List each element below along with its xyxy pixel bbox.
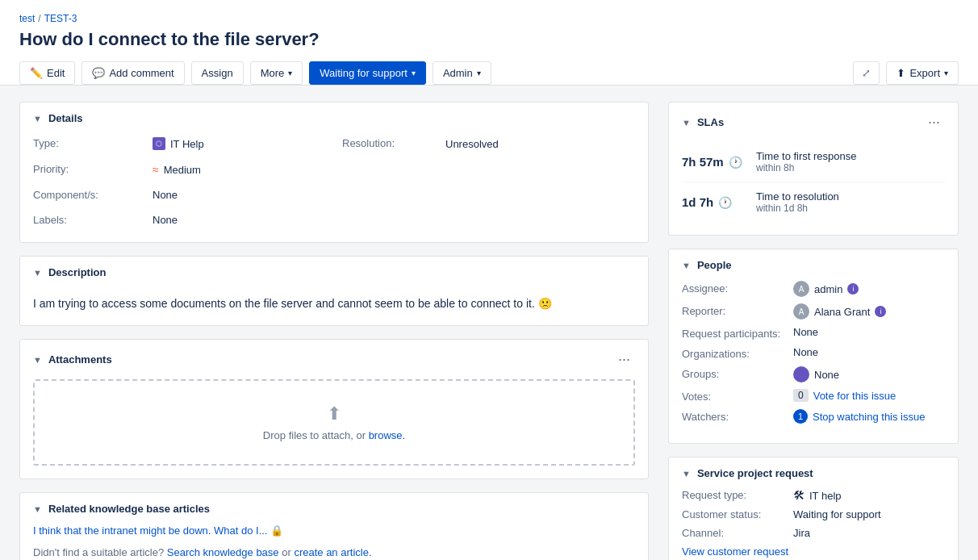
request-participants-value: None [793,326,945,338]
admin-chevron-icon: ▾ [477,69,481,77]
export-label: Export [909,67,940,79]
breadcrumb-issue-key[interactable]: TEST-3 [44,13,77,24]
components-label: Component/s: [33,186,146,204]
resolution-value: Unresolved [439,134,635,153]
votes-count: 0 [793,389,809,402]
toolbar: ✏️ Edit 💬 Add comment Assign More ▾ Wait… [19,61,959,85]
browse-link[interactable]: browse. [369,429,406,441]
sla-name-1: Time to first response [756,150,857,162]
main-layout: ▼ Details Type: ⬡ IT Help Resolution: Un… [0,86,978,560]
add-comment-button[interactable]: 💬 Add comment [82,61,184,85]
people-title: People [697,259,732,271]
sla-toggle-icon: ▼ [682,118,691,127]
channel-label: Channel: [682,527,787,539]
request-participants-text: None [793,326,818,338]
groups-value: None [793,366,945,382]
vote-link[interactable]: Vote for this issue [813,390,896,402]
reporter-value: A Alana Grant i [793,303,945,320]
search-kb-link[interactable]: Search knowledge base [167,546,279,558]
details-title: Details [48,112,83,124]
sla-info-2: Time to resolution within 1d 8h [756,190,839,214]
groups-text: None [814,369,839,381]
assignee-info-icon[interactable]: i [847,283,859,295]
status-chevron-icon: ▾ [412,69,416,77]
sla-more-button[interactable]: ··· [923,112,945,132]
sla-section: ▼ SLAs ··· 7h 57m 🕐 Time to first respon… [668,102,959,236]
reporter-info-icon[interactable]: i [875,306,886,317]
attachments-toggle-icon: ▼ [33,355,42,365]
organizations-row: Organizations: None [682,346,945,360]
resolution-label: Resolution: [342,134,439,153]
attachments-header: ▼ Attachments ··· [20,340,648,379]
upload-icon: ⬆ [57,403,611,424]
kb-not-found: Didn't find a suitable article? Search k… [33,546,635,558]
sidebar: ▼ SLAs ··· 7h 57m 🕐 Time to first respon… [668,102,959,560]
more-button[interactable]: More ▾ [250,61,303,85]
assignee-name: admin [814,283,842,295]
kb-title: Related knowledge base articles [48,503,210,515]
knowledge-base-section: ▼ Related knowledge base articles I thin… [19,492,649,560]
edit-button[interactable]: ✏️ Edit [19,61,75,85]
drop-text: Drop files to attach, or [263,429,369,441]
it-help-icon: 🛠 [793,489,805,502]
priority-text: Medium [164,164,201,176]
issue-title: How do I connect to the file server? [19,29,959,50]
sla-time-1: 7h 57m 🕐 [682,155,746,169]
empty-value-1 [439,160,635,179]
channel-row: Channel: Jira [682,527,945,539]
comment-icon: 💬 [92,67,105,79]
description-toggle-icon: ▼ [33,268,42,278]
reporter-name: Alana Grant [814,306,870,318]
share-button[interactable]: ⤢ [853,61,880,85]
admin-button[interactable]: Admin ▾ [433,61,491,85]
empty-label-3 [342,211,439,229]
status-button[interactable]: Waiting for support ▾ [309,61,426,85]
details-section: ▼ Details Type: ⬡ IT Help Resolution: Un… [19,102,649,243]
breadcrumb: test / TEST-3 [19,13,959,24]
service-project-title-row: ▼ Service project request [682,467,813,479]
kb-article-link[interactable]: I think that the intranet might be down.… [33,524,268,537]
reporter-row: Reporter: A Alana Grant i [682,303,945,320]
customer-status-label: Customer status: [682,508,787,520]
breadcrumb-project[interactable]: test [19,13,35,24]
organizations-text: None [793,346,818,358]
kb-header[interactable]: ▼ Related knowledge base articles [20,493,648,524]
sla-item-2: 1d 7h 🕐 Time to resolution within 1d 8h [682,182,945,222]
attachments-title: Attachments [48,353,112,366]
request-type-text: IT help [809,490,842,502]
labels-value: None [146,211,342,229]
assign-label: Assign [202,67,233,79]
attachments-more-button[interactable]: ··· [613,349,635,370]
attachments-section: ▼ Attachments ··· ⬆ Drop files to attach… [19,339,649,479]
type-icon: ⬡ [153,137,165,150]
admin-label: Admin [443,67,473,79]
view-customer-link[interactable]: View customer request [682,545,945,558]
share-icon: ⤢ [862,67,871,79]
assign-button[interactable]: Assign [191,61,244,85]
organizations-label: Organizations: [682,346,787,360]
people-section-header: ▼ People [669,249,958,281]
drop-zone[interactable]: ⬆ Drop files to attach, or browse. [33,379,635,466]
people-section: ▼ People Assignee: A admin i Rep [668,249,959,444]
organizations-value: None [793,346,945,358]
assignee-row: Assignee: A admin i [682,281,945,297]
reporter-label: Reporter: [682,303,787,317]
service-project-body: Request type: 🛠 IT help Customer status:… [669,489,958,560]
description-header[interactable]: ▼ Description [20,257,648,288]
details-header[interactable]: ▼ Details [20,102,648,134]
service-project-toggle-icon: ▼ [682,469,691,479]
labels-label: Labels: [33,211,146,229]
reporter-avatar: A [793,303,809,320]
sla-time-value-2: 1d 7h [682,195,713,209]
groups-row: Groups: None [682,366,945,382]
export-button[interactable]: ⬆ Export ▾ [886,61,959,85]
type-label: Type: [33,134,146,153]
assignee-value: A admin i [793,281,945,297]
sla-title-row: ▼ SLAs [682,116,724,128]
watch-link[interactable]: Stop watching this issue [813,411,925,423]
export-icon: ⬆ [896,67,905,79]
create-article-link[interactable]: create an article. [294,546,371,558]
sla-item-1: 7h 57m 🕐 Time to first response within 8… [682,142,945,182]
watchers-label: Watchers: [682,409,787,423]
service-project-header: ▼ Service project request [669,458,958,489]
